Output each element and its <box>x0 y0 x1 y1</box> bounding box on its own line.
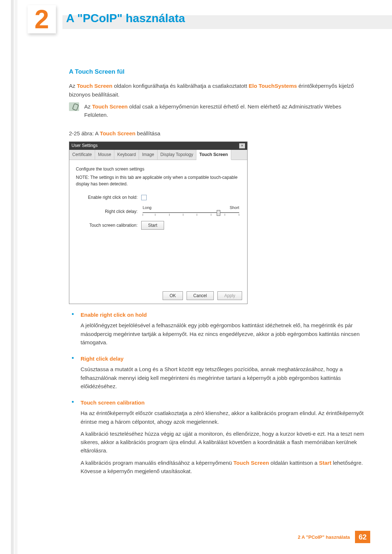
feature-title: Touch screen calibration <box>81 398 367 407</box>
cancel-button[interactable]: Cancel <box>187 291 214 300</box>
dialog-titlebar: User Settings × <box>69 142 247 150</box>
tab-display-topology[interactable]: Display Topology <box>158 150 197 160</box>
section-heading: A Touch Screen fül <box>69 67 367 77</box>
feature-paragraph: Csúsztassa a mutatót a Long és a Short k… <box>81 365 367 390</box>
tab-keyboard[interactable]: Keyboard <box>114 150 139 160</box>
touch-calibration-label: Touch screen calibration: <box>76 222 141 229</box>
chapter-title: A "PCoIP" használata <box>66 12 185 25</box>
start-button[interactable]: Start <box>141 221 164 230</box>
feature-title: Enable right click on hold <box>81 311 367 319</box>
decor-bar-outer <box>11 0 14 554</box>
note-text: Az Touch Screen oldal csak a képernyőmen… <box>84 102 367 119</box>
slider-track[interactable] <box>141 211 241 217</box>
footer-label: 2 A "PCoIP" használata <box>298 534 350 540</box>
feature-right-click-delay: Right click delay Csúsztassa a mutatót a… <box>69 354 367 390</box>
content: A Touch Screen fül Az Touch Screen oldal… <box>69 67 367 483</box>
chapter-header: A "PCoIP" használata 2 <box>30 8 392 37</box>
intro-paragraph: Az Touch Screen oldalon konfigurálhatja … <box>69 82 367 99</box>
slider-thumb[interactable] <box>217 210 220 216</box>
tab-mouse[interactable]: Mouse <box>95 150 114 160</box>
apply-button[interactable]: Apply <box>217 291 242 300</box>
chapter-number-box: 2 <box>28 5 56 33</box>
page: A "PCoIP" használata 2 A Touch Screen fü… <box>0 0 392 554</box>
enable-right-click-checkbox[interactable] <box>141 195 147 200</box>
note-icon <box>69 102 79 111</box>
feature-title: Right click delay <box>81 354 367 363</box>
figure-caption: 2-25 ábra: A Touch Screen beállítása <box>69 129 367 138</box>
slider-short-label: Short <box>230 205 239 211</box>
dialog-body-note: NOTE: The settings in this tab are appli… <box>76 174 241 188</box>
feature-enable-right-click: Enable right click on hold A jelölőnégyz… <box>69 311 367 346</box>
ok-button[interactable]: OK <box>163 291 183 300</box>
decor-bar-inner <box>15 0 17 554</box>
slider-long-label: Long <box>143 205 151 211</box>
feature-touch-screen-calibration: Touch screen calibration Ha az érintőkép… <box>69 398 367 475</box>
tab-touch-screen[interactable]: Touch Screen <box>196 150 231 160</box>
page-footer: 2 A "PCoIP" használata 62 <box>298 531 370 543</box>
dialog-body: Configure the touch screen settings NOTE… <box>69 160 247 304</box>
right-click-delay-label: Right click delay: <box>76 205 141 215</box>
feature-paragraph: A kalibrációs program manuális elindítás… <box>81 459 367 476</box>
dialog-tabs: Certificate Mouse Keyboard Image Display… <box>69 150 247 160</box>
feature-paragraph: Ha az érintőképernyőt először csatlakozt… <box>81 409 367 426</box>
dialog-title: User Settings <box>72 142 98 149</box>
feature-paragraph: A jelölőnégyzet bejelölésével a felhaszn… <box>81 321 367 346</box>
close-icon[interactable]: × <box>239 143 245 148</box>
user-settings-dialog: User Settings × Certificate Mouse Keyboa… <box>69 141 248 304</box>
chapter-number: 2 <box>34 6 49 32</box>
tab-certificate[interactable]: Certificate <box>69 150 95 160</box>
chapter-badge: 2 <box>28 5 60 38</box>
feature-list: Enable right click on hold A jelölőnégyz… <box>69 311 367 475</box>
note-row: Az Touch Screen oldal csak a képernyőmen… <box>69 102 367 123</box>
tab-image[interactable]: Image <box>139 150 157 160</box>
dialog-body-heading: Configure the touch screen settings <box>76 166 241 173</box>
enable-right-click-label: Enable right click on hold: <box>76 194 141 201</box>
right-click-delay-slider[interactable]: Long Short <box>141 205 241 217</box>
page-number: 62 <box>355 531 370 543</box>
dialog-buttons: OK Cancel Apply <box>163 291 242 300</box>
feature-paragraph: A kalibráció teszteléséhez húzza végig a… <box>81 430 367 455</box>
